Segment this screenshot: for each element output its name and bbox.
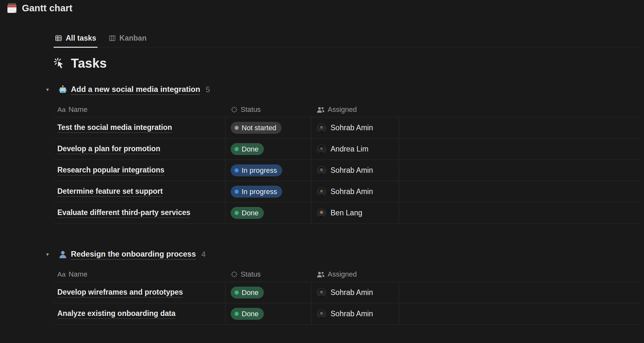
status-label: Done: [242, 289, 259, 297]
status-label: Not started: [242, 124, 276, 132]
group-header: ▼ Redesign the onboarding process 4: [45, 249, 641, 260]
task-name-cell[interactable]: Develop wireframes and prototypes: [53, 282, 226, 303]
status-dot-icon: [235, 168, 239, 172]
task-group: ▼ Add a new social media integration 5: [53, 84, 641, 224]
task-name-cell[interactable]: Develop a plan for promotion: [53, 139, 226, 160]
status-label: Done: [242, 209, 259, 217]
task-status-cell[interactable]: In progress: [226, 160, 312, 181]
assignee-avatar: [317, 288, 326, 298]
status-dot-icon: [235, 312, 239, 316]
column-header-name[interactable]: Aa Name: [53, 105, 226, 114]
status-label: Done: [242, 310, 259, 318]
text-icon: Aa: [57, 270, 66, 278]
task-assignee-cell[interactable]: Sohrab Amin: [312, 181, 399, 202]
person-icon: [58, 250, 67, 259]
empty-cell: [399, 303, 641, 324]
window-title-text: Gantt chart: [22, 3, 72, 14]
task-assignee-cell[interactable]: Sohrab Amin: [312, 117, 399, 138]
task-status-cell[interactable]: Done: [226, 282, 312, 303]
page-title-text[interactable]: Tasks: [71, 56, 107, 71]
task-status-cell[interactable]: Done: [226, 303, 312, 324]
assignee-avatar: [317, 187, 326, 197]
assignee-name: Sohrab Amin: [331, 309, 373, 318]
table-row: Determine feature set support In progres…: [53, 181, 641, 202]
table-header-row: Aa Name Status: [53, 102, 641, 117]
empty-cell: [399, 202, 641, 223]
table-row: Analyze existing onboarding data Done So…: [53, 303, 641, 325]
status-badge[interactable]: Done: [231, 308, 264, 320]
table-body: Test the social media integration Not st…: [53, 117, 641, 224]
assignee-avatar: [317, 123, 326, 133]
assignee-avatar: [317, 208, 326, 218]
task-name-link[interactable]: Evaluate different third-party services: [57, 208, 190, 218]
empty-cell: [399, 181, 641, 202]
tab-all-tasks[interactable]: All tasks: [53, 29, 98, 47]
task-name-link[interactable]: Test the social media integration: [57, 123, 172, 133]
column-label: Name: [69, 270, 88, 279]
task-name-cell[interactable]: Determine feature set support: [53, 181, 226, 202]
status-badge[interactable]: In progress: [231, 164, 282, 176]
task-status-cell[interactable]: Not started: [226, 117, 312, 138]
task-assignee-cell[interactable]: Sohrab Amin: [312, 303, 399, 324]
column-header-assigned[interactable]: Assigned: [312, 270, 399, 279]
table-row: Develop a plan for promotion Done Andrea…: [53, 139, 641, 160]
empty-cell: [399, 282, 641, 303]
task-status-cell[interactable]: In progress: [226, 181, 312, 202]
tab-label: Kanban: [120, 34, 147, 43]
status-badge[interactable]: Done: [231, 207, 264, 219]
group-header: ▼ Add a new social media integration 5: [45, 84, 641, 95]
collapse-toggle-icon[interactable]: ▼: [45, 87, 50, 92]
assignee-name: Sohrab Amin: [331, 123, 373, 132]
status-badge[interactable]: In progress: [231, 186, 282, 198]
collapse-toggle-icon[interactable]: ▼: [45, 252, 50, 257]
task-groups: ▼ Add a new social media integration 5: [53, 84, 641, 325]
assignee-name: Sohrab Amin: [331, 166, 373, 175]
status-dot-icon: [235, 126, 239, 130]
column-header-status[interactable]: Status: [226, 105, 312, 114]
task-assignee-cell[interactable]: Sohrab Amin: [312, 160, 399, 181]
click-icon: [53, 57, 65, 69]
table-body: Develop wireframes and prototypes Done S…: [53, 282, 641, 325]
task-name-link[interactable]: Determine feature set support: [57, 187, 163, 197]
task-status-cell[interactable]: Done: [226, 202, 312, 223]
table-row: Develop wireframes and prototypes Done S…: [53, 282, 641, 303]
task-name-link[interactable]: Develop a plan for promotion: [57, 144, 160, 154]
task-assignee-cell[interactable]: Ben Lang: [312, 202, 399, 223]
group-title-link[interactable]: Add a new social media integration: [71, 85, 200, 95]
status-label: In progress: [242, 166, 277, 175]
task-name-cell[interactable]: Test the social media integration: [53, 117, 226, 138]
task-name-cell[interactable]: Analyze existing onboarding data: [53, 303, 226, 324]
column-label: Name: [69, 105, 88, 114]
task-name-cell[interactable]: Evaluate different third-party services: [53, 202, 226, 223]
status-badge[interactable]: Done: [231, 287, 264, 299]
task-name-link[interactable]: Analyze existing onboarding data: [57, 309, 176, 319]
assignee-avatar: [317, 309, 326, 319]
column-label: Assigned: [328, 105, 357, 114]
window-title: Gantt chart: [6, 3, 72, 14]
group-count: 5: [206, 85, 210, 94]
status-label: In progress: [242, 188, 277, 196]
task-name-link[interactable]: Research popular integrations: [57, 166, 164, 175]
text-icon: Aa: [57, 106, 66, 113]
status-dot-icon: [235, 211, 239, 215]
status-badge[interactable]: Not started: [231, 122, 282, 134]
column-header-status[interactable]: Status: [226, 270, 312, 279]
column-header-name[interactable]: Aa Name: [53, 270, 226, 279]
view-tabs: All tasks Kanban: [53, 29, 641, 47]
task-group: ▼ Redesign the onboarding process 4 Aa N…: [53, 249, 641, 325]
tab-label: All tasks: [66, 34, 96, 43]
task-assignee-cell[interactable]: Andrea Lim: [312, 139, 399, 160]
empty-cell: [399, 160, 641, 181]
robot-icon: [58, 85, 67, 94]
status-label: Done: [242, 145, 259, 153]
task-assignee-cell[interactable]: Sohrab Amin: [312, 282, 399, 303]
assignee-name: Sohrab Amin: [331, 187, 373, 196]
status-badge[interactable]: Done: [231, 143, 264, 155]
tab-kanban[interactable]: Kanban: [107, 29, 148, 47]
column-header-assigned[interactable]: Assigned: [312, 105, 399, 114]
task-name-cell[interactable]: Research popular integrations: [53, 160, 226, 181]
task-status-cell[interactable]: Done: [226, 139, 312, 160]
task-name-link[interactable]: Develop wireframes and prototypes: [57, 288, 183, 298]
column-label: Status: [241, 270, 261, 279]
group-title-link[interactable]: Redesign the onboarding process: [71, 250, 196, 260]
